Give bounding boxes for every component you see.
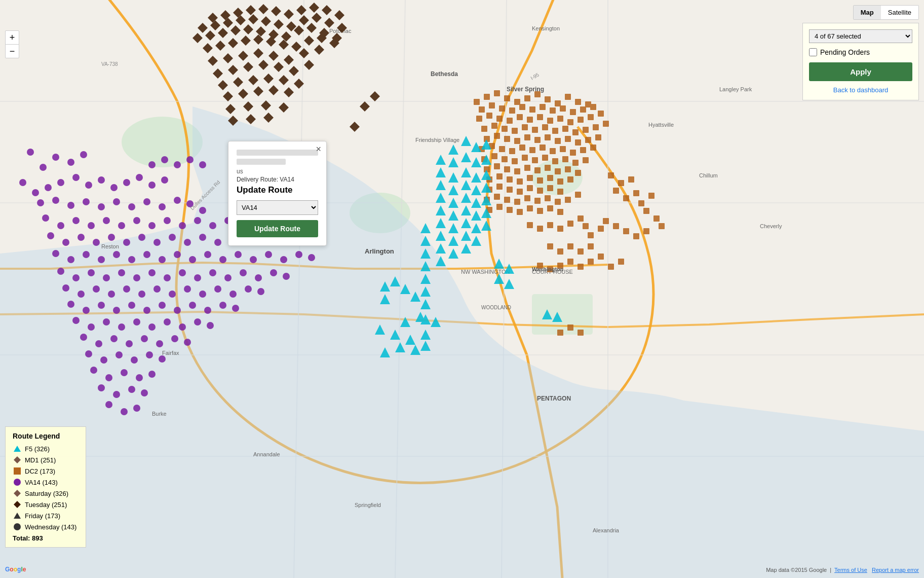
svg-point-414 [138, 234, 145, 241]
legend-label-tuesday: Tuesday (251) [25, 501, 67, 509]
update-route-button[interactable]: Update Route [237, 220, 318, 237]
report-map-error-link[interactable]: Report a map error [872, 567, 919, 573]
svg-rect-241 [517, 209, 523, 215]
svg-point-534 [14, 479, 21, 486]
svg-point-381 [98, 203, 105, 210]
svg-rect-160 [552, 128, 558, 134]
svg-point-457 [255, 274, 262, 281]
svg-point-512 [121, 369, 128, 376]
svg-point-519 [105, 401, 112, 408]
svg-rect-150 [578, 117, 584, 123]
svg-rect-139 [590, 104, 596, 110]
svg-point-380 [83, 198, 90, 205]
svg-rect-133 [529, 106, 535, 113]
route-select-filter[interactable]: 4 of 67 selected [809, 29, 912, 43]
svg-rect-239 [496, 204, 503, 210]
svg-rect-135 [550, 107, 556, 114]
popup-close-button[interactable]: × [316, 144, 321, 154]
svg-point-487 [88, 323, 95, 331]
svg-rect-217 [547, 175, 553, 181]
satellite-button[interactable]: Satellite [881, 6, 918, 19]
popup-us-label: us [237, 168, 318, 175]
svg-point-459 [283, 273, 290, 280]
svg-point-473 [257, 288, 264, 295]
svg-point-524 [174, 161, 181, 168]
svg-rect-176 [585, 137, 591, 143]
svg-rect-206 [534, 167, 541, 173]
svg-point-398 [179, 222, 186, 229]
svg-rect-159 [542, 124, 548, 130]
svg-rect-197 [552, 158, 558, 164]
svg-point-485 [232, 305, 239, 312]
svg-rect-180 [499, 146, 505, 152]
svg-rect-258 [633, 233, 639, 239]
svg-point-435 [189, 256, 196, 263]
svg-text:Fairfax: Fairfax [162, 350, 179, 356]
svg-point-361 [40, 164, 47, 171]
svg-rect-151 [588, 114, 594, 120]
map-type-toggle[interactable]: Map Satellite [853, 5, 919, 20]
svg-point-480 [159, 302, 166, 309]
legend-label-va14: VA14 (143) [25, 479, 58, 486]
legend-label-wednesday: Wednesday (143) [25, 523, 76, 531]
svg-point-427 [67, 256, 74, 263]
svg-rect-198 [562, 156, 568, 162]
svg-point-468 [184, 285, 191, 293]
terms-of-use-link[interactable]: Terms of Use [834, 567, 867, 573]
svg-rect-280 [618, 259, 624, 265]
svg-rect-213 [507, 176, 513, 183]
svg-point-498 [110, 335, 118, 342]
svg-rect-131 [509, 107, 515, 114]
pending-orders-checkbox[interactable] [809, 48, 817, 56]
svg-text:Hyattsville: Hyattsville [648, 122, 674, 128]
svg-point-510 [90, 367, 97, 374]
svg-point-500 [141, 335, 148, 342]
svg-rect-278 [578, 264, 584, 270]
svg-rect-185 [550, 148, 556, 154]
zoom-in-button[interactable]: + [5, 30, 19, 45]
svg-rect-245 [557, 209, 563, 215]
svg-point-483 [204, 307, 211, 314]
svg-point-391 [72, 217, 80, 224]
svg-rect-200 [583, 157, 589, 163]
svg-rect-256 [659, 223, 665, 229]
svg-point-503 [184, 339, 191, 346]
svg-point-525 [186, 156, 194, 163]
zoom-out-button[interactable]: − [5, 44, 19, 58]
svg-point-453 [194, 274, 201, 281]
svg-rect-177 [595, 134, 601, 140]
svg-point-443 [308, 254, 315, 261]
popup-redacted-address [237, 159, 286, 165]
svg-rect-165 [603, 121, 609, 127]
legend-total: Total: 893 [13, 534, 79, 542]
svg-point-456 [240, 269, 247, 276]
svg-point-375 [148, 182, 156, 189]
svg-point-508 [146, 351, 153, 358]
back-to-dashboard-link[interactable]: Back to dashboard [809, 86, 912, 94]
apply-button[interactable]: Apply [809, 62, 912, 81]
legend-label-dc2: DC2 (173) [25, 467, 55, 475]
svg-point-479 [143, 307, 150, 314]
svg-point-490 [133, 318, 140, 326]
svg-point-464 [123, 285, 130, 293]
svg-rect-140 [476, 116, 482, 122]
legend-item-saturday: Saturday (326) [13, 489, 79, 498]
svg-rect-271 [588, 243, 594, 249]
svg-rect-186 [560, 146, 566, 152]
svg-point-478 [128, 302, 135, 309]
svg-rect-218 [557, 178, 563, 185]
svg-rect-265 [578, 215, 584, 222]
svg-rect-157 [522, 124, 528, 130]
svg-point-395 [133, 217, 140, 224]
svg-point-377 [37, 199, 44, 206]
legend-icon-wednesday [13, 522, 22, 531]
svg-rect-207 [545, 165, 551, 171]
map-button[interactable]: Map [854, 6, 881, 19]
svg-point-521 [133, 405, 140, 412]
svg-point-463 [108, 291, 115, 298]
popup-route-select[interactable]: VA14F5MD1DC2 [237, 200, 318, 215]
svg-point-448 [118, 269, 125, 276]
svg-point-515 [98, 384, 105, 391]
route-popup: × us Delivery Route: VA14 Update Route V… [228, 141, 327, 246]
svg-point-397 [164, 217, 171, 224]
